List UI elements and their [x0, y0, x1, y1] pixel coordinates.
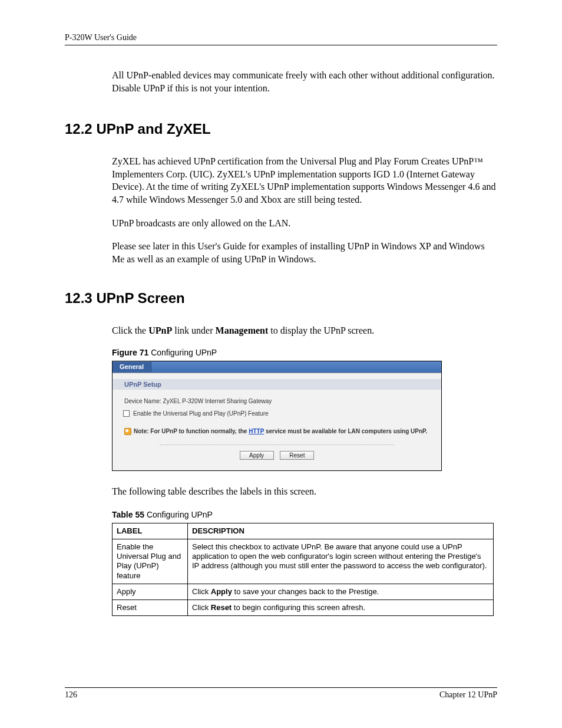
cell-label: Reset [113, 600, 188, 616]
http-link[interactable]: HTTP [249, 428, 264, 434]
desc-bold: Reset [211, 603, 232, 612]
figure-caption: Figure 71 Configuring UPnP [112, 348, 497, 357]
upnp-note: Note: For UPnP to function normally, the… [124, 427, 429, 435]
tab-strip: General [113, 361, 441, 373]
reset-button[interactable]: Reset [280, 451, 314, 460]
enable-upnp-label: Enable the Universal Plug and Play (UPnP… [133, 410, 269, 417]
section-12-2-p1: ZyXEL has achieved UPnP certification fr… [112, 155, 497, 206]
ui-inner: Device Name: ZyXEL P-320W Internet Shari… [113, 390, 441, 470]
note-text: Note: For UPnP to function normally, the… [134, 427, 429, 435]
section-12-2-p3: Please see later in this User's Guide fo… [112, 240, 497, 265]
intro-paragraph: All UPnP-enabled devices may communicate… [112, 69, 497, 94]
ui-section-title: UPnP Setup [113, 379, 441, 390]
desc-pre: Click [192, 603, 211, 612]
chapter-label: Chapter 12 UPnP [439, 690, 497, 700]
cell-label: Enable the Universal Plug and Play (UPnP… [113, 539, 188, 584]
p1-mid: link under [172, 325, 215, 335]
ui-body: UPnP Setup Device Name: ZyXEL P-320W Int… [113, 373, 441, 470]
table-title: Configuring UPnP [144, 510, 213, 519]
cell-desc: Click Reset to begin configuring this sc… [188, 600, 494, 616]
cell-desc: Click Apply to save your changes back to… [188, 584, 494, 599]
device-name-label: Device Name: ZyXEL P-320W Internet Shari… [124, 398, 429, 404]
section-12-3-p1: Click the UPnP link under Management to … [112, 324, 497, 337]
figure-label: Figure 71 [112, 348, 148, 357]
table-caption: Table 55 Configuring UPnP [112, 510, 497, 519]
p1-bold-upnp: UPnP [148, 325, 172, 335]
p1-bold-management: Management [216, 325, 269, 335]
note-post: service must be available for LAN comput… [264, 428, 427, 434]
guide-title: P-320W User's Guide [65, 33, 137, 42]
table-row: Reset Click Reset to begin configuring t… [113, 600, 494, 616]
desc-pre: Click [192, 587, 211, 596]
section-12-3-heading: 12.3 UPnP Screen [65, 290, 497, 307]
desc-post: to save your changes back to the Prestig… [232, 587, 379, 596]
th-label: LABEL [113, 523, 188, 539]
p1-post: to display the UPnP screen. [268, 325, 374, 335]
table-row: Apply Click Apply to save your changes b… [113, 584, 494, 599]
cell-desc: Select this checkbox to activate UPnP. B… [188, 539, 494, 584]
table-label: Table 55 [112, 510, 144, 519]
upnp-config-screenshot: General UPnP Setup Device Name: ZyXEL P-… [112, 361, 442, 471]
page-header: P-320W User's Guide [65, 33, 497, 45]
after-figure-text: The following table describes the labels… [112, 485, 497, 498]
th-description: DESCRIPTION [188, 523, 494, 539]
p1-pre: Click the [112, 325, 148, 335]
note-icon [124, 428, 131, 435]
table-header-row: LABEL DESCRIPTION [113, 523, 494, 539]
section-12-2-p2: UPnP broadcasts are only allowed on the … [112, 217, 497, 230]
enable-upnp-checkbox[interactable] [123, 410, 130, 417]
page-footer: 126 Chapter 12 UPnP [65, 687, 497, 700]
button-row: Apply Reset [160, 444, 394, 460]
desc-bold: Apply [211, 587, 232, 596]
config-table: LABEL DESCRIPTION Enable the Universal P… [112, 523, 494, 617]
tab-general[interactable]: General [113, 361, 151, 372]
cell-label: Apply [113, 584, 188, 599]
figure-title: Configuring UPnP [148, 348, 217, 357]
apply-button[interactable]: Apply [240, 451, 274, 460]
desc-post: to begin configuring this screen afresh. [232, 603, 365, 612]
table-row: Enable the Universal Plug and Play (UPnP… [113, 539, 494, 584]
note-pre: Note: For UPnP to function normally, the [134, 428, 249, 434]
section-12-2-heading: 12.2 UPnP and ZyXEL [65, 121, 497, 137]
enable-row: Enable the Universal Plug and Play (UPnP… [123, 410, 429, 417]
page-number: 126 [65, 690, 77, 700]
